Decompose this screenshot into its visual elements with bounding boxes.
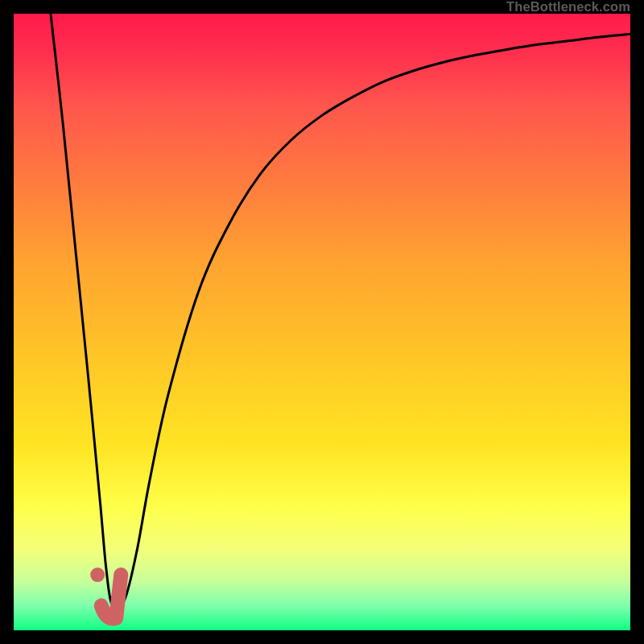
- trough-marker-j: [101, 575, 122, 618]
- bottleneck-curve: [51, 14, 630, 609]
- chart-frame: [14, 14, 630, 630]
- site-name: TheBottleneck.com: [506, 0, 630, 14]
- chart-svg: [14, 14, 630, 630]
- trough-marker-dot: [90, 568, 105, 582]
